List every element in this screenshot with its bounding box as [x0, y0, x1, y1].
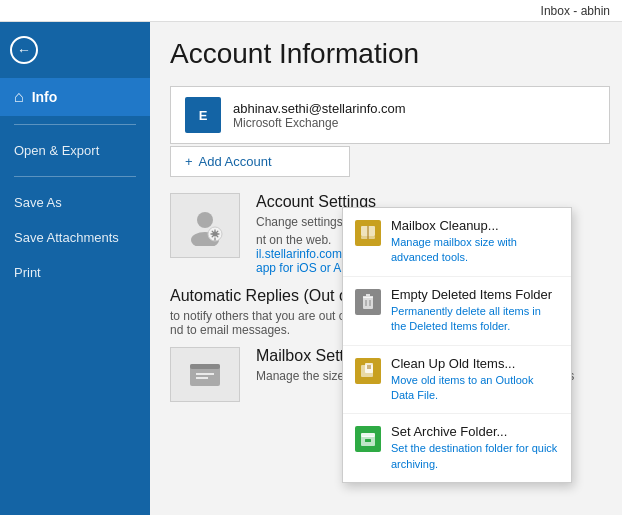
archive-icon — [355, 426, 381, 452]
exchange-icon: E — [185, 97, 221, 133]
sidebar-item-save-attachments[interactable]: Save Attachments — [0, 220, 150, 255]
old-items-icon-svg — [358, 361, 378, 381]
add-account-button[interactable]: + Add Account — [170, 146, 350, 177]
empty-deleted-desc: Permanently delete all items in the Dele… — [391, 304, 559, 335]
mailbox-settings-icon — [186, 356, 224, 394]
dropdown-item-mailbox-cleanup[interactable]: Mailbox Cleanup... Manage mailbox size w… — [343, 208, 571, 277]
sidebar-divider — [14, 124, 136, 125]
cleanup-old-desc: Move old items to an Outlook Data File. — [391, 373, 559, 404]
sidebar-divider-2 — [14, 176, 136, 177]
account-email: abhinav.sethi@stellarinfo.com — [233, 101, 406, 116]
empty-deleted-text: Empty Deleted Items Folder Permanently d… — [391, 287, 559, 335]
archive-text: Set Archive Folder... Set the destinatio… — [391, 424, 559, 472]
svg-point-3 — [213, 231, 218, 236]
sidebar-item-open-export[interactable]: Open & Export — [0, 133, 150, 168]
svg-rect-22 — [365, 439, 371, 442]
content-area: Account Information E abhinav.sethi@stel… — [150, 22, 622, 515]
svg-point-0 — [197, 212, 213, 228]
archive-icon-svg — [358, 429, 378, 449]
mailbox-cleanup-desc: Manage mailbox size with advanced tools. — [391, 235, 559, 266]
svg-rect-11 — [363, 297, 373, 309]
back-icon: ← — [10, 36, 38, 64]
mailbox-cleanup-title: Mailbox Cleanup... — [391, 218, 559, 233]
sidebar-item-info[interactable]: ⌂ Info — [0, 78, 150, 116]
cleanup-old-text: Clean Up Old Items... Move old items to … — [391, 356, 559, 404]
mailbox-settings-icon-box[interactable] — [170, 347, 240, 402]
back-button[interactable]: ← — [0, 22, 150, 78]
dropdown-item-cleanup-old[interactable]: Clean Up Old Items... Move old items to … — [343, 346, 571, 415]
cleanup-old-icon — [355, 358, 381, 384]
sidebar-item-print[interactable]: Print — [0, 255, 150, 290]
cleanup-icon-svg — [358, 223, 378, 243]
account-settings-icon — [185, 206, 225, 246]
dropdown-item-empty-deleted[interactable]: Empty Deleted Items Folder Permanently d… — [343, 277, 571, 346]
empty-deleted-icon — [355, 289, 381, 315]
dropdown-item-archive[interactable]: Set Archive Folder... Set the destinatio… — [343, 414, 571, 482]
svg-rect-5 — [190, 364, 220, 369]
account-card: E abhinav.sethi@stellarinfo.com Microsof… — [170, 86, 610, 144]
archive-desc: Set the destination folder for quick arc… — [391, 441, 559, 472]
empty-deleted-title: Empty Deleted Items Folder — [391, 287, 559, 302]
trash-icon-svg — [358, 292, 378, 312]
topbar-status: Inbox - abhin — [541, 4, 610, 18]
sidebar: ← ⌂ Info Open & Export Save As Save Atta… — [0, 22, 150, 515]
mailbox-cleanup-icon — [355, 220, 381, 246]
page-title: Account Information — [170, 38, 602, 70]
cleanup-old-title: Clean Up Old Items... — [391, 356, 559, 371]
archive-title: Set Archive Folder... — [391, 424, 559, 439]
account-type: Microsoft Exchange — [233, 116, 406, 130]
home-icon: ⌂ — [14, 88, 24, 106]
sidebar-item-save-as[interactable]: Save As — [0, 185, 150, 220]
account-settings-icon-box[interactable] — [170, 193, 240, 258]
mailbox-cleanup-text: Mailbox Cleanup... Manage mailbox size w… — [391, 218, 559, 266]
dropdown-menu: Mailbox Cleanup... Manage mailbox size w… — [342, 207, 572, 483]
plus-icon: + — [185, 154, 193, 169]
svg-rect-21 — [361, 433, 375, 437]
